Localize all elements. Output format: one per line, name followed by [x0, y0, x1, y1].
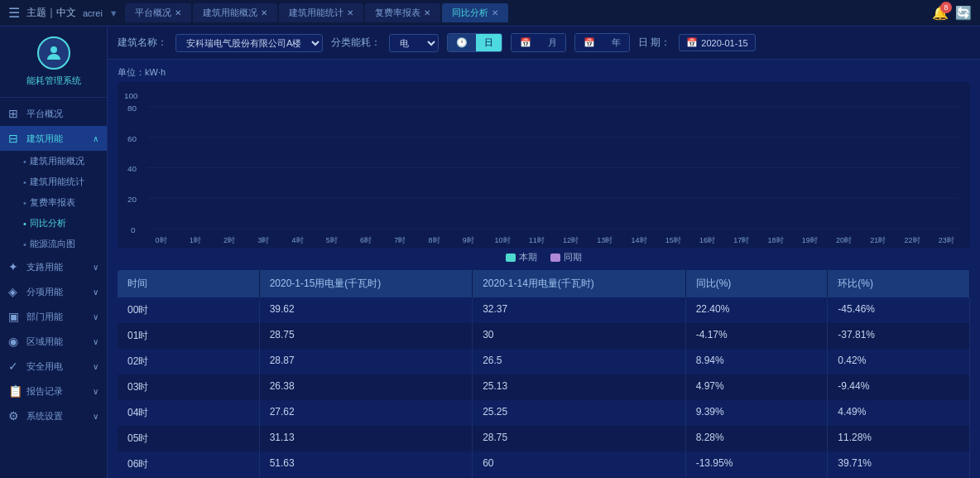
tab-close-icon[interactable]: ✕	[492, 8, 498, 17]
notification-button[interactable]: 🔔 8	[932, 5, 949, 21]
safety-expand-icon: ∨	[93, 362, 98, 371]
table-cell: 11.28%	[828, 426, 970, 451]
topbar-tab-建筑用能概况[interactable]: 建筑用能概况✕	[193, 3, 277, 22]
x-label-20: 20时	[827, 235, 861, 246]
sidebar-item-settings[interactable]: ⚙ 系统设置 ∨	[0, 403, 107, 428]
sidebar-nav: ⊞ 平台概况 ⊟ 建筑用能 ∧ 建筑用能概况 建筑用能统计 复费率报表 同比分析…	[0, 98, 107, 478]
zone-expand-icon: ∨	[93, 337, 98, 346]
table-cell: -13.95%	[686, 451, 829, 477]
table-header-cell: 环比(%)	[828, 270, 970, 297]
x-label-10: 10时	[486, 235, 520, 246]
table-row: 04时27.6225.259.39%4.49%	[118, 400, 970, 426]
sidebar-item-building-overview[interactable]: 建筑用能概况	[17, 151, 107, 171]
table-row: 01时28.7530-4.17%-37.81%	[118, 323, 970, 349]
x-label-18: 18时	[759, 235, 793, 246]
building-label: 建筑名称：	[118, 36, 167, 50]
x-label-12: 12时	[554, 235, 588, 246]
dept-expand-icon: ∨	[93, 312, 98, 321]
period-year-btn[interactable]: 年	[603, 34, 629, 51]
legend-current: 本期	[506, 251, 537, 263]
sidebar-header: 能耗管理系统	[0, 27, 107, 98]
dept-icon: ▣	[8, 310, 22, 323]
sidebar: 能耗管理系统 ⊞ 平台概况 ⊟ 建筑用能 ∧ 建筑用能概况 建筑用能统计 复费率…	[0, 27, 108, 478]
table-cell: 0.42%	[828, 349, 970, 374]
sidebar-item-category-label: 分项用能	[26, 286, 63, 298]
menu-icon[interactable]: ☰	[8, 5, 20, 21]
table-cell: 32.37	[473, 297, 686, 323]
period-year-icon[interactable]: 📅	[575, 34, 603, 51]
sidebar-item-dept[interactable]: ▣ 部门用能 ∨	[0, 304, 107, 329]
topbar-tabs: 平台概况✕建筑用能概况✕建筑用能统计✕复费率报表✕同比分析✕	[125, 3, 925, 22]
topbar-tab-复费率报表[interactable]: 复费率报表✕	[365, 3, 440, 22]
sidebar-item-branch[interactable]: ✦ 支路用能 ∨	[0, 254, 107, 279]
period-icon-btn[interactable]: 🕐	[448, 34, 476, 51]
svg-text:20: 20	[127, 195, 137, 204]
sidebar-item-building[interactable]: ⊟ 建筑用能 ∧	[0, 126, 107, 151]
tab-close-icon[interactable]: ✕	[347, 8, 353, 17]
table-header-cell: 2020-1-15用电量(千瓦时)	[260, 270, 473, 297]
table-header-cell: 时间	[118, 270, 260, 297]
table-cell: 25.13	[473, 374, 686, 400]
tab-close-icon[interactable]: ✕	[175, 8, 181, 17]
x-label-22: 22时	[896, 235, 930, 246]
table-cell: 02时	[118, 349, 260, 374]
period-day-btn[interactable]: 日	[476, 34, 502, 51]
sidebar-item-safety[interactable]: ✓ 安全用电 ∨	[0, 354, 107, 379]
refresh-button[interactable]: 🔄	[955, 5, 972, 21]
sidebar-item-reports[interactable]: 📋 报告记录 ∨	[0, 379, 107, 403]
sidebar-item-zone-label: 区域用能	[26, 336, 63, 348]
topbar-icons: 🔔 8 🔄	[932, 5, 972, 21]
reports-icon: 📋	[8, 384, 22, 398]
table-cell: 39.62	[260, 297, 473, 323]
x-label-4: 4时	[281, 235, 315, 246]
sidebar-item-category[interactable]: ◈ 分项用能 ∨	[0, 279, 107, 304]
sidebar-item-dept-label: 部门用能	[26, 311, 63, 323]
table-cell: 25.25	[473, 400, 686, 426]
platform-icon: ⊞	[8, 107, 22, 120]
topbar-tab-建筑用能统计[interactable]: 建筑用能统计✕	[279, 3, 363, 22]
table-cell: -4.17%	[686, 323, 829, 349]
table-cell: 04时	[118, 400, 260, 426]
settings-icon: ⚙	[8, 409, 22, 422]
sidebar-item-building-stats[interactable]: 建筑用能统计	[17, 171, 107, 192]
topbar-tab-平台概况[interactable]: 平台概况✕	[125, 3, 191, 22]
legend-prev-dot	[550, 253, 560, 262]
table-cell: 05时	[118, 426, 260, 451]
sidebar-item-zone[interactable]: ◉ 区域用能 ∨	[0, 329, 107, 354]
table-row: 02时28.8726.58.94%0.42%	[118, 349, 970, 374]
chart-unit: 单位：kW·h	[118, 66, 970, 79]
sidebar-item-platform[interactable]: ⊞ 平台概况	[0, 101, 107, 126]
table-cell: 03时	[118, 374, 260, 400]
period-month-icon[interactable]: 📅	[512, 34, 540, 51]
tab-close-icon[interactable]: ✕	[424, 8, 430, 17]
sidebar-item-energy-flow[interactable]: 能源流向图	[17, 234, 107, 254]
x-label-11: 11时	[520, 235, 554, 246]
table-cell: 06时	[118, 451, 260, 477]
category-select[interactable]: 电	[389, 34, 439, 52]
table-header-cell: 同比(%)	[686, 270, 829, 297]
date-picker[interactable]: 📅 2020-01-15	[679, 34, 755, 51]
legend-current-dot	[506, 253, 516, 262]
branch-icon: ✦	[8, 260, 22, 273]
sidebar-item-yoy[interactable]: 同比分析	[17, 213, 107, 234]
table-cell: 4.97%	[686, 374, 829, 400]
x-label-2: 2时	[213, 235, 247, 246]
tab-close-icon[interactable]: ✕	[261, 8, 267, 17]
topbar-tab-同比分析[interactable]: 同比分析✕	[442, 3, 508, 22]
topbar-user: acrei	[83, 8, 103, 18]
sidebar-item-reports-label: 报告记录	[26, 385, 63, 398]
table-cell: 27.62	[260, 400, 473, 426]
sidebar-system-name: 能耗管理系统	[26, 75, 81, 87]
building-select[interactable]: 安科瑞电气股份有限公司A楼	[175, 34, 323, 52]
table-cell: 26.5	[473, 349, 686, 374]
svg-point-0	[50, 46, 57, 53]
sidebar-item-tariff-report[interactable]: 复费率报表	[17, 192, 107, 213]
topbar: ☰ 主题｜中文 acrei ▼ 平台概况✕建筑用能概况✕建筑用能统计✕复费率报表…	[0, 0, 980, 27]
sidebar-item-safety-label: 安全用电	[26, 360, 63, 373]
table-cell: 28.75	[260, 323, 473, 349]
building-icon: ⊟	[8, 132, 22, 145]
chart-legend: 本期 同期	[118, 251, 970, 263]
period-month-btn[interactable]: 月	[540, 34, 565, 51]
svg-text:100: 100	[124, 91, 138, 100]
table-cell: 22.40%	[686, 297, 829, 323]
